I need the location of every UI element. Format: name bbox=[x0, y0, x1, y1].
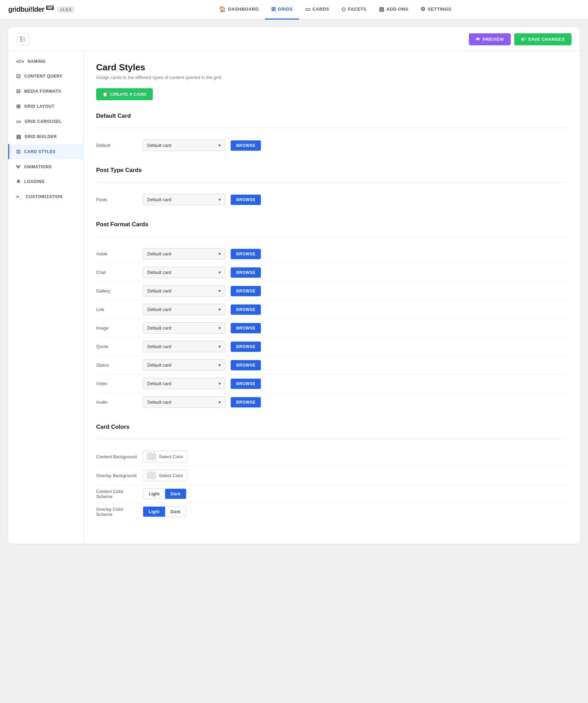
settings-icon: ⚙ bbox=[420, 6, 426, 12]
select-wrapper-link: Default card ▼ bbox=[143, 304, 225, 315]
sidebar-label-customization: CUSTOMIZATION bbox=[26, 194, 62, 199]
sidebar-label-card-styles: CARD STYLES bbox=[24, 149, 56, 154]
nav-label-grids: GRIDS bbox=[278, 7, 293, 12]
sidebar-item-grid-layout[interactable]: ⊞ GRID LAYOUT bbox=[8, 99, 83, 114]
sidebar-item-animations[interactable]: ψ ANIMATIONS bbox=[8, 159, 83, 174]
browse-button-chat[interactable]: BROWSE bbox=[231, 267, 261, 278]
grid-carousel-icon: ▭ bbox=[16, 118, 21, 125]
nav-item-addons[interactable]: ▤ ADD-ONS bbox=[373, 0, 415, 20]
sidebar-item-loading[interactable]: ✳ LOADING bbox=[8, 174, 83, 189]
content-scheme-light-button[interactable]: Light bbox=[143, 489, 165, 499]
page-title: Card Styles bbox=[96, 62, 567, 73]
browse-button-audio[interactable]: BROWSE bbox=[231, 397, 261, 407]
sidebar-item-customization[interactable]: >_ CUSTOMIZATION bbox=[8, 189, 83, 204]
content-bg-color-label: Select Color bbox=[159, 454, 183, 459]
browse-button-default[interactable]: BROWSE bbox=[231, 140, 261, 151]
sidebar-toggle-button[interactable] bbox=[16, 33, 29, 45]
nav-label-cards: CARDS bbox=[312, 7, 329, 12]
select-wrapper-audio: Default card ▼ bbox=[143, 396, 225, 408]
preview-icon: 👁 bbox=[476, 37, 480, 42]
nav-item-facets[interactable]: ◇ FACETS bbox=[335, 0, 373, 20]
sidebar: </> NAMING ⊡ CONTENT QUERY ⊟ MEDIA FORMA… bbox=[8, 51, 84, 544]
toolbar-left bbox=[16, 33, 29, 45]
checker-swatch-content bbox=[147, 453, 156, 460]
overlay-scheme-light-button[interactable]: Light bbox=[143, 507, 165, 517]
card-select-gallery[interactable]: Default card bbox=[143, 285, 225, 297]
nav-label-dashboard: DASHBOARD bbox=[228, 7, 259, 12]
content-scheme-dark-button[interactable]: Dark bbox=[165, 489, 186, 499]
color-row-overlay-color-scheme: Overlay Color Scheme Light Dark bbox=[96, 503, 567, 520]
card-select-image[interactable]: Default card bbox=[143, 322, 225, 334]
card-select-quote[interactable]: Default card bbox=[143, 341, 225, 352]
browse-button-gallery[interactable]: BROWSE bbox=[231, 286, 261, 296]
cards-icon: ▭ bbox=[305, 6, 311, 12]
sidebar-item-content-query[interactable]: ⊡ CONTENT QUERY bbox=[8, 69, 83, 84]
save-icon: 🏷 bbox=[521, 37, 526, 42]
customization-icon: >_ bbox=[16, 194, 22, 199]
row-label-audio: Audio bbox=[96, 400, 137, 405]
row-label-aside: Aside bbox=[96, 251, 137, 256]
nav-label-settings: SETTINGS bbox=[428, 7, 451, 12]
card-row-default: Default Default card ▼ BROWSE bbox=[96, 136, 567, 154]
card-select-posts[interactable]: Default card bbox=[143, 194, 225, 205]
overlay-scheme-dark-button[interactable]: Dark bbox=[165, 507, 186, 517]
card-row-image: Image Default card ▼ BROWSE bbox=[96, 319, 567, 337]
sidebar-label-grid-layout: GRID LAYOUT bbox=[24, 104, 55, 109]
create-card-button[interactable]: 📋 CREATE A CARD bbox=[96, 88, 153, 100]
sidebar-item-card-styles[interactable]: ⊡ CARD STYLES bbox=[8, 144, 83, 159]
media-formats-icon: ⊟ bbox=[16, 88, 21, 94]
sidebar-item-grid-carousel[interactable]: ▭ GRID CAROUSEL bbox=[8, 114, 83, 129]
nav-item-settings[interactable]: ⚙ SETTINGS bbox=[414, 0, 458, 20]
page-subtitle: Assign cards to the different types of c… bbox=[96, 75, 567, 80]
browse-button-status[interactable]: BROWSE bbox=[231, 360, 261, 370]
sidebar-item-media-formats[interactable]: ⊟ MEDIA FORMATS bbox=[8, 84, 83, 99]
preview-label: PREVIEW bbox=[483, 37, 504, 42]
toolbar: 👁 PREVIEW 🏷 SAVE CHANGES bbox=[8, 27, 580, 51]
sidebar-item-grid-builder[interactable]: ▤ GRID BUILDER bbox=[8, 129, 83, 144]
section-post-format-cards: Post Format Cards Aside Default card ▼ B… bbox=[96, 221, 567, 411]
checker-swatch-overlay bbox=[147, 472, 156, 479]
row-label-chat: Chat bbox=[96, 270, 137, 275]
version-badge: v1.6.5 bbox=[57, 7, 74, 13]
save-changes-button[interactable]: 🏷 SAVE CHANGES bbox=[514, 33, 572, 45]
sidebar-toggle-icon bbox=[20, 37, 25, 42]
overlay-background-color-picker[interactable]: Select Color bbox=[143, 470, 187, 481]
svg-rect-1 bbox=[20, 39, 22, 39]
browse-button-image[interactable]: BROWSE bbox=[231, 323, 261, 333]
preview-button[interactable]: 👁 PREVIEW bbox=[469, 33, 511, 45]
card-select-default[interactable]: Default card bbox=[143, 140, 225, 151]
section-title-card-colors: Card Colors bbox=[96, 424, 567, 433]
card-row-quote: Quote Default card ▼ BROWSE bbox=[96, 337, 567, 356]
card-select-aside[interactable]: Default card bbox=[143, 248, 225, 260]
svg-rect-3 bbox=[23, 37, 25, 42]
content-background-color-picker[interactable]: Select Color bbox=[143, 451, 187, 462]
browse-button-video[interactable]: BROWSE bbox=[231, 379, 261, 389]
nav-item-dashboard[interactable]: 🏠 DASHBOARD bbox=[213, 0, 265, 20]
card-select-chat[interactable]: Default card bbox=[143, 267, 225, 278]
row-label-posts: Posts bbox=[96, 197, 137, 202]
select-wrapper-gallery: Default card ▼ bbox=[143, 285, 225, 297]
select-wrapper-chat: Default card ▼ bbox=[143, 267, 225, 278]
nav-item-grids[interactable]: ⊞ GRIDS bbox=[265, 0, 299, 20]
browse-button-posts[interactable]: BROWSE bbox=[231, 195, 261, 205]
card-select-status[interactable]: Default card bbox=[143, 359, 225, 371]
browse-button-quote[interactable]: BROWSE bbox=[231, 342, 261, 352]
create-card-icon: 📋 bbox=[102, 92, 108, 97]
browse-button-aside[interactable]: BROWSE bbox=[231, 249, 261, 259]
sidebar-item-naming[interactable]: </> NAMING bbox=[8, 54, 83, 69]
nav-item-cards[interactable]: ▭ CARDS bbox=[299, 0, 335, 20]
card-select-link[interactable]: Default card bbox=[143, 304, 225, 315]
card-row-chat: Chat Default card ▼ BROWSE bbox=[96, 263, 567, 282]
card-styles-icon: ⊡ bbox=[16, 149, 21, 155]
naming-icon: </> bbox=[16, 58, 24, 64]
content-query-icon: ⊡ bbox=[16, 73, 21, 79]
top-navigation: gridbui!lder WP v1.6.5 🏠 DASHBOARD ⊞ GRI… bbox=[0, 0, 588, 19]
section-divider-post-type bbox=[96, 182, 567, 182]
browse-button-link[interactable]: BROWSE bbox=[231, 304, 261, 315]
card-select-audio[interactable]: Default card bbox=[143, 396, 225, 408]
grid-layout-icon: ⊞ bbox=[16, 103, 21, 110]
card-select-video[interactable]: Default card bbox=[143, 378, 225, 389]
color-row-content-background: Content Background Select Color bbox=[96, 447, 567, 466]
card-row-audio: Audio Default card ▼ BROWSE bbox=[96, 393, 567, 411]
grid-builder-icon: ▤ bbox=[16, 134, 21, 140]
